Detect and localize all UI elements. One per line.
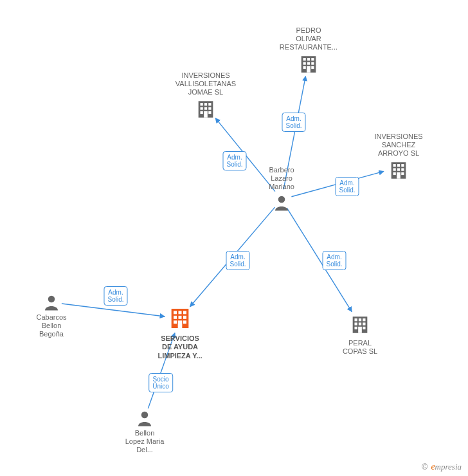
brand-rest: mpresia bbox=[435, 462, 462, 471]
svg-rect-38 bbox=[397, 168, 400, 170]
edge-label: Adm. Solid. bbox=[226, 251, 249, 270]
svg-rect-30 bbox=[201, 111, 203, 113]
svg-rect-8 bbox=[183, 320, 186, 324]
edge-label: Adm. Solid. bbox=[104, 286, 127, 306]
building-icon bbox=[167, 306, 193, 331]
node-central[interactable]: SERVICIOS DE AYUDA LIMPIEZA Y... bbox=[145, 306, 215, 360]
edge-label: Adm. Solid. bbox=[282, 113, 305, 132]
svg-rect-52 bbox=[358, 327, 362, 333]
svg-rect-18 bbox=[307, 62, 310, 64]
svg-rect-39 bbox=[401, 168, 404, 170]
person-icon bbox=[246, 193, 317, 212]
svg-point-11 bbox=[48, 296, 55, 303]
svg-rect-7 bbox=[174, 320, 177, 324]
edge-label: Adm. Solid. bbox=[335, 177, 359, 196]
svg-rect-15 bbox=[307, 58, 310, 60]
node-invjomae[interactable]: INVERSIONES VALLISOLETANAS JOMAE SL bbox=[170, 70, 241, 122]
node-invsanchez[interactable]: INVERSIONES SANCHEZ ARROYO SL bbox=[363, 131, 434, 183]
svg-rect-19 bbox=[311, 62, 314, 64]
svg-rect-25 bbox=[204, 103, 207, 105]
person-icon bbox=[109, 408, 180, 428]
svg-rect-26 bbox=[208, 103, 211, 105]
building-icon bbox=[349, 314, 371, 336]
svg-rect-16 bbox=[311, 58, 314, 60]
node-pedroolivar[interactable]: PEDRO OLIVAR RESTAURANTE... bbox=[273, 25, 344, 77]
svg-rect-35 bbox=[397, 164, 400, 167]
node-label: Barbero Lazaro Mariano bbox=[246, 166, 317, 192]
svg-rect-5 bbox=[179, 316, 182, 319]
svg-rect-42 bbox=[397, 172, 401, 178]
svg-rect-24 bbox=[201, 103, 203, 105]
node-cabarcos[interactable]: Cabarcos Bellon Begoña bbox=[16, 293, 87, 339]
svg-rect-3 bbox=[183, 311, 186, 314]
node-bellonlopez[interactable]: Bellon Lopez Maria Del... bbox=[109, 408, 180, 455]
node-label: INVERSIONES VALLISOLETANAS JOMAE SL bbox=[170, 71, 241, 97]
node-barbero[interactable]: Barbero Lazaro Mariano bbox=[246, 165, 317, 212]
network-diagram: SERVICIOS DE AYUDA LIMPIEZA Y...Barbero … bbox=[0, 0, 468, 476]
copyright-symbol: © bbox=[422, 462, 428, 471]
svg-rect-44 bbox=[355, 318, 357, 321]
person-icon bbox=[16, 293, 87, 312]
svg-rect-1 bbox=[174, 311, 177, 314]
edge-label: Adm. Solid. bbox=[222, 151, 246, 170]
svg-rect-2 bbox=[179, 311, 182, 314]
svg-rect-32 bbox=[204, 111, 208, 117]
svg-rect-36 bbox=[401, 164, 404, 167]
svg-rect-49 bbox=[363, 322, 365, 325]
node-label: Bellon Lopez Maria Del... bbox=[109, 429, 180, 455]
svg-rect-48 bbox=[359, 322, 361, 325]
svg-point-12 bbox=[141, 412, 148, 419]
svg-rect-4 bbox=[174, 316, 177, 319]
svg-rect-31 bbox=[208, 111, 211, 113]
svg-rect-51 bbox=[363, 327, 365, 329]
svg-rect-47 bbox=[355, 322, 357, 325]
svg-rect-21 bbox=[311, 66, 314, 68]
svg-rect-27 bbox=[201, 107, 203, 109]
svg-rect-9 bbox=[178, 320, 183, 328]
svg-rect-6 bbox=[183, 316, 186, 319]
svg-rect-37 bbox=[393, 168, 396, 170]
node-label: PERAL COPAS SL bbox=[325, 339, 395, 356]
edge-label: Socio Único bbox=[148, 373, 173, 392]
node-peral[interactable]: PERAL COPAS SL bbox=[325, 314, 395, 356]
svg-rect-22 bbox=[307, 66, 310, 72]
svg-rect-20 bbox=[303, 66, 306, 68]
svg-rect-28 bbox=[204, 107, 207, 109]
edge-label: Adm. Solid. bbox=[322, 251, 346, 270]
building-icon bbox=[195, 98, 217, 120]
svg-rect-34 bbox=[393, 164, 396, 167]
svg-rect-41 bbox=[401, 172, 404, 174]
building-icon bbox=[388, 160, 410, 181]
svg-rect-17 bbox=[303, 62, 306, 64]
svg-rect-46 bbox=[363, 318, 365, 321]
node-label: PEDRO OLIVAR RESTAURANTE... bbox=[273, 26, 344, 52]
node-label: SERVICIOS DE AYUDA LIMPIEZA Y... bbox=[145, 334, 215, 360]
building-icon bbox=[298, 53, 320, 75]
svg-rect-40 bbox=[393, 172, 396, 174]
node-label: INVERSIONES SANCHEZ ARROYO SL bbox=[363, 133, 434, 158]
node-label: Cabarcos Bellon Begoña bbox=[16, 313, 87, 339]
svg-rect-29 bbox=[208, 107, 211, 109]
svg-point-10 bbox=[278, 196, 285, 203]
svg-rect-14 bbox=[303, 58, 306, 60]
svg-rect-50 bbox=[355, 327, 357, 329]
footer-branding: © empresia bbox=[422, 462, 462, 472]
svg-rect-45 bbox=[359, 318, 361, 321]
